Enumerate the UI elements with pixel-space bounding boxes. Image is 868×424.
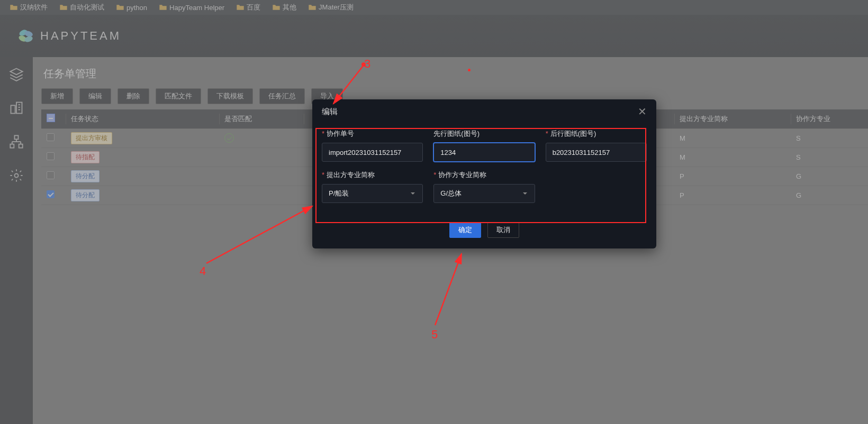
bookmark-label: JMater压测	[319, 3, 354, 12]
logo-icon	[17, 27, 34, 44]
task-summary-button[interactable]: 任务汇总	[259, 88, 305, 104]
dialog-footer: 确定 取消	[312, 218, 656, 248]
bookmark-item[interactable]: python	[112, 0, 151, 15]
bookmark-item[interactable]: 百度	[232, 0, 265, 15]
edit-dialog: 编辑 ✕ *协作单号 import20231031152157 先行图纸(图号)…	[312, 99, 656, 248]
header-prof1[interactable]: 提出方专业简称	[674, 109, 791, 128]
header-checkbox-icon	[47, 114, 55, 122]
svg-rect-6	[16, 103, 22, 114]
row-match	[219, 148, 304, 167]
header-match[interactable]: 是否匹配	[219, 109, 304, 128]
app-header: HAPYTEAM	[0, 15, 868, 57]
dialog-title: 编辑	[322, 107, 338, 117]
label-prof-b: *协作方专业简称	[433, 170, 535, 180]
prof-b-select[interactable]: G/总体	[433, 184, 535, 203]
row-prof2: S	[791, 148, 868, 167]
row-status: 待分配	[66, 186, 219, 205]
row-status: 待分配	[66, 167, 219, 186]
row-status: 提出方审核	[66, 128, 219, 148]
brand-text: HAPYTEAM	[40, 29, 121, 43]
bookmark-item[interactable]: 其他	[268, 0, 301, 15]
row-prof1: P	[674, 186, 791, 205]
edit-button[interactable]: 编辑	[79, 88, 111, 104]
bookmark-item[interactable]: 汉纳软件	[5, 0, 52, 15]
chevron-down-icon	[410, 190, 416, 197]
close-icon[interactable]: ✕	[638, 106, 647, 117]
row-checkbox-cell[interactable]	[41, 128, 66, 148]
row-prof1: M	[674, 128, 791, 148]
logo: HAPYTEAM	[17, 27, 121, 44]
cancel-button[interactable]: 取消	[487, 222, 519, 238]
buildings-icon[interactable]	[9, 100, 24, 115]
bookmark-label: python	[126, 4, 147, 12]
row-prof1: M	[674, 148, 791, 167]
row-checkbox-cell[interactable]	[41, 167, 66, 186]
header-prof2[interactable]: 协作方专业	[791, 109, 868, 128]
bookmark-label: 百度	[247, 3, 260, 12]
row-prof2: S	[791, 128, 868, 148]
bookmark-item[interactable]: HapyTeam Helper	[155, 0, 229, 15]
delete-button[interactable]: 删除	[117, 88, 149, 104]
svg-rect-5	[11, 105, 15, 113]
gear-icon[interactable]	[9, 168, 24, 183]
row-prof1: P	[674, 167, 791, 186]
checkbox-icon	[47, 190, 55, 198]
coop-no-field[interactable]: import20231031152157	[322, 143, 423, 162]
page-title: 任务单管理	[43, 67, 860, 81]
header-status[interactable]: 任务状态	[66, 109, 219, 128]
row-match	[219, 186, 304, 205]
svg-rect-12	[19, 144, 23, 148]
checkbox-icon	[47, 171, 55, 179]
bookmark-label: 汉纳软件	[20, 3, 48, 12]
bookmark-item[interactable]: JMater压测	[304, 0, 358, 15]
header-checkbox-cell[interactable]	[41, 109, 66, 128]
status-badge: 提出方审核	[71, 132, 112, 144]
label-pre-draw: 先行图纸(图号)	[433, 129, 535, 139]
checkbox-icon	[47, 152, 55, 160]
svg-rect-10	[15, 135, 19, 139]
row-checkbox-cell[interactable]	[41, 148, 66, 167]
dialog-header: 编辑 ✕	[312, 99, 656, 124]
row-prof2: G	[791, 167, 868, 186]
bookmark-label: 其他	[283, 3, 296, 12]
new-button[interactable]: 新增	[41, 88, 73, 104]
pre-draw-field[interactable]: 1234	[433, 143, 535, 162]
download-template-button[interactable]: 下载模板	[207, 88, 253, 104]
bookmark-item[interactable]: 自动化测试	[55, 0, 108, 15]
match-file-button[interactable]: 匹配文件	[156, 88, 201, 104]
status-badge: 待分配	[71, 170, 100, 182]
check-circle-icon	[224, 133, 234, 143]
status-badge: 待指配	[71, 151, 100, 163]
svg-rect-11	[10, 144, 14, 148]
row-prof2: G	[791, 186, 868, 205]
checkbox-icon	[47, 133, 55, 141]
org-icon[interactable]	[9, 134, 24, 149]
status-badge: 待分配	[71, 189, 100, 201]
prof-a-select[interactable]: P/船装	[322, 184, 423, 203]
label-prof-a: *提出方专业简称	[322, 170, 423, 180]
dialog-body: *协作单号 import20231031152157 先行图纸(图号) 1234…	[312, 124, 656, 218]
ok-button[interactable]: 确定	[449, 222, 481, 238]
row-match	[219, 167, 304, 186]
bookmark-label: 自动化测试	[70, 3, 104, 12]
row-status: 待指配	[66, 148, 219, 167]
bookmark-label: HapyTeam Helper	[169, 4, 224, 12]
bookmark-bar: 汉纳软件 自动化测试 python HapyTeam Helper 百度 其他 …	[0, 0, 868, 15]
svg-point-17	[15, 174, 19, 178]
label-post-draw: *后行图纸(图号)	[546, 129, 647, 139]
layers-icon[interactable]	[9, 67, 24, 81]
row-checkbox-cell[interactable]	[41, 186, 66, 205]
left-nav	[0, 57, 33, 424]
label-coop-no: *协作单号	[322, 129, 423, 139]
post-draw-field[interactable]: b20231031152157	[546, 143, 647, 162]
svg-marker-4	[10, 69, 22, 75]
chevron-down-icon	[522, 190, 528, 197]
row-match	[219, 128, 304, 148]
